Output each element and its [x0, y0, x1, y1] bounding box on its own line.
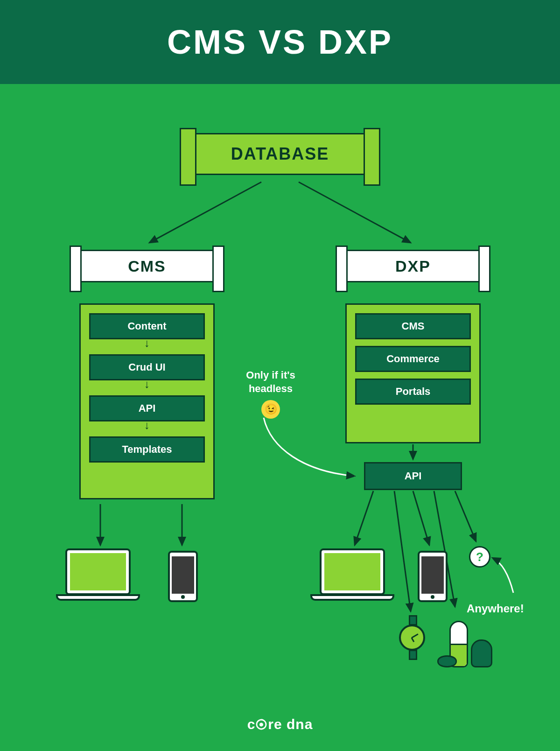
cms-heading-box: CMS — [75, 250, 219, 282]
dxp-heading-box: DXP — [341, 250, 485, 282]
cms-item-api: API — [89, 395, 205, 421]
laptop-icon — [56, 548, 140, 604]
phone-icon — [168, 551, 198, 602]
dxp-item-portals: Portals — [355, 379, 471, 405]
database-box: DATABASE — [187, 133, 373, 175]
arrow-down-icon: ↓ — [144, 384, 150, 389]
svg-line-0 — [149, 182, 261, 243]
phone-icon — [418, 551, 448, 602]
database-label: DATABASE — [231, 144, 329, 164]
smart-speaker-icon — [441, 611, 492, 667]
watch-icon — [399, 616, 427, 663]
wink-emoji-icon: 😉 — [261, 400, 280, 419]
question-bubble-icon: ? — [469, 546, 490, 568]
svg-line-6 — [394, 491, 411, 611]
dxp-stack: CMS Commerce Portals — [345, 303, 481, 443]
dxp-item-cms: CMS — [355, 313, 471, 339]
svg-line-9 — [455, 491, 476, 541]
dxp-item-commerce: Commerce — [355, 346, 471, 372]
svg-line-1 — [299, 182, 411, 243]
cms-item-crud-ui: Crud UI — [89, 354, 205, 380]
cms-stack: Content ↓ Crud UI ↓ API ↓ Templates — [79, 303, 215, 499]
arrow-down-icon: ↓ — [144, 343, 150, 348]
dxp-heading: DXP — [395, 257, 431, 275]
brand-logo: cre dna — [247, 716, 313, 732]
svg-line-7 — [413, 491, 429, 545]
page-title: CMS VS DXP — [167, 23, 393, 61]
dxp-api-box: API — [364, 462, 462, 490]
headless-text: Only if it's headless — [246, 369, 295, 394]
cms-heading: CMS — [128, 257, 166, 275]
arrow-down-icon: ↓ — [144, 425, 150, 430]
cms-item-templates: Templates — [89, 436, 205, 463]
laptop-icon — [310, 548, 394, 604]
svg-line-5 — [355, 491, 373, 545]
headless-annotation: Only if it's headless 😉 — [229, 369, 313, 419]
dxp-api-label: API — [405, 470, 422, 482]
page-header: CMS VS DXP — [0, 0, 560, 84]
cms-item-content: Content — [89, 313, 205, 339]
